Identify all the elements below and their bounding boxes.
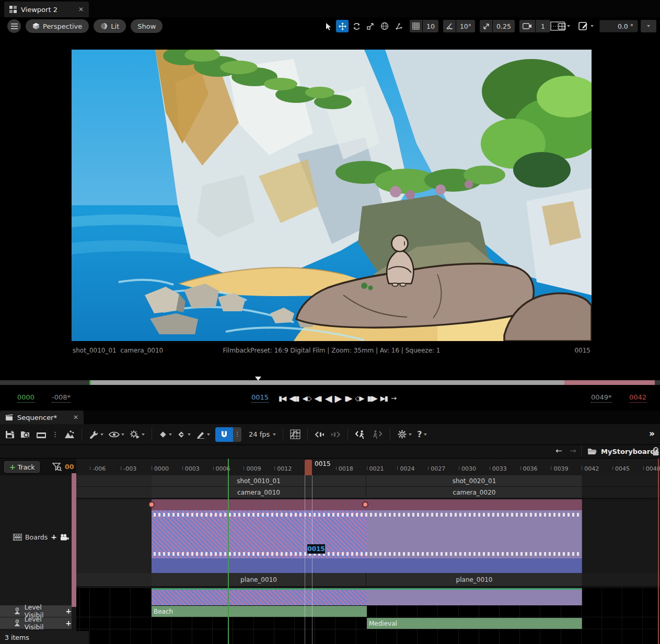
- breadcrumb-sequence-name[interactable]: MyStoryboard*: [601, 448, 658, 455]
- work-out-field[interactable]: 0042: [629, 393, 646, 403]
- sequencer-playhead[interactable]: [305, 460, 312, 475]
- rotation-dropdown-button[interactable]: [641, 20, 656, 32]
- history-back-button[interactable]: ←: [555, 446, 562, 455]
- previous-key-button[interactable]: ◀◇: [302, 394, 310, 402]
- add-board-button[interactable]: +: [51, 533, 57, 541]
- scrubber-filled-range[interactable]: [90, 380, 564, 385]
- create-sequence-button[interactable]: [36, 430, 47, 439]
- frame-rate-dropdown[interactable]: 24 fps: [249, 430, 276, 438]
- frame-back-button[interactable]: ◀▮▮: [289, 394, 298, 402]
- movie-camera-icon[interactable]: [60, 534, 69, 541]
- frame-forward-button[interactable]: ▮▮▶: [367, 394, 376, 402]
- move-tool-button[interactable]: [336, 20, 349, 32]
- camera-clip-2[interactable]: camera_0020: [366, 487, 582, 498]
- render-movie-button[interactable]: [64, 430, 75, 439]
- level-bar-medieval[interactable]: Medieval: [367, 618, 582, 629]
- keyframe-options-button[interactable]: [159, 430, 172, 439]
- snapping-options-button[interactable]: ⋮: [233, 427, 241, 442]
- outliner-row-level-visibility-2[interactable]: Level Visibil +: [0, 617, 72, 629]
- level-clip-hatched[interactable]: [152, 590, 367, 605]
- shot-clip-2[interactable]: shot_0020_01: [366, 475, 582, 486]
- camera-cut-strip[interactable]: [152, 499, 582, 510]
- camera-clip-1[interactable]: camera_0010: [152, 487, 366, 498]
- select-tool-button[interactable]: [322, 20, 334, 32]
- add-level-button[interactable]: +: [65, 607, 72, 615]
- add-level-button[interactable]: +: [65, 619, 72, 627]
- walk-next-button[interactable]: [372, 430, 383, 439]
- close-icon[interactable]: ✕: [73, 414, 78, 421]
- step-back-button[interactable]: ◀▮: [314, 394, 321, 402]
- viewport-menu-button[interactable]: [7, 19, 21, 33]
- grid-snap-value[interactable]: 10: [423, 20, 438, 32]
- plane-clip-1[interactable]: plane_0010: [152, 573, 366, 586]
- level-clip-solid[interactable]: [367, 590, 582, 605]
- current-frame-field[interactable]: 0015: [251, 393, 269, 403]
- surface-snapping-button[interactable]: [392, 20, 405, 32]
- show-button[interactable]: Show: [131, 19, 163, 33]
- playback-range-end-line[interactable]: [658, 459, 659, 644]
- camera-speed-button[interactable]: [519, 20, 535, 32]
- view-options-button[interactable]: [109, 431, 124, 438]
- help-button[interactable]: ?: [417, 429, 426, 439]
- keyframe-marker-0021[interactable]: [362, 501, 368, 508]
- tab-viewport-2[interactable]: Viewport 2 ✕: [4, 2, 89, 17]
- timeline-ruler[interactable]: -006-00300000003000600090012001800210024…: [76, 459, 660, 475]
- snapping-toggle-button[interactable]: [215, 427, 233, 442]
- sequence-options-button[interactable]: ⋮: [52, 430, 59, 438]
- edit-overlay-button[interactable]: [575, 20, 597, 32]
- board-clip-solid[interactable]: [367, 510, 582, 558]
- save-sequence-button[interactable]: [5, 430, 15, 439]
- lit-button[interactable]: Lit: [94, 19, 126, 33]
- edit-options-button[interactable]: [196, 430, 210, 439]
- viewport-rotation-field[interactable]: 0.0 °: [599, 20, 638, 32]
- preview-grid-button[interactable]: [548, 20, 572, 32]
- next-shot-button[interactable]: [330, 431, 341, 438]
- playback-mode-button[interactable]: →: [391, 394, 396, 402]
- walk-previous-button[interactable]: [355, 430, 366, 439]
- lock-icon[interactable]: [652, 447, 659, 456]
- close-icon[interactable]: ✕: [78, 6, 84, 13]
- jump-to-start-button[interactable]: ▮◀: [279, 394, 285, 402]
- timeline-scrubber[interactable]: [0, 380, 660, 385]
- scale-tool-button[interactable]: [364, 20, 377, 32]
- rotate-tool-button[interactable]: [350, 20, 363, 32]
- board-sub-clip[interactable]: [152, 558, 582, 573]
- shot-clip-1[interactable]: shot_0010_01: [152, 475, 366, 486]
- browse-sequences-button[interactable]: [20, 430, 31, 439]
- toolbar-expand-button[interactable]: »: [649, 428, 655, 439]
- perspective-button[interactable]: Perspective: [26, 19, 89, 33]
- play-button[interactable]: ▶: [334, 393, 341, 404]
- step-forward-button[interactable]: ▮▶: [344, 394, 351, 402]
- previous-shot-button[interactable]: [315, 431, 325, 438]
- rotation-snap-button[interactable]: [443, 20, 456, 32]
- plane-clip-2[interactable]: plane_0010: [366, 573, 582, 586]
- board-clip-hatched[interactable]: [152, 510, 367, 558]
- rotation-snap-value[interactable]: 10°: [456, 20, 475, 32]
- sequencer-settings-button[interactable]: [397, 429, 412, 439]
- level-bar-beach[interactable]: Beach: [152, 606, 367, 617]
- playback-options-button[interactable]: [130, 430, 145, 439]
- scale-snap-value[interactable]: 0.25: [493, 20, 515, 32]
- outliner-track-divider[interactable]: [72, 473, 76, 607]
- add-track-button[interactable]: + Track: [4, 461, 40, 473]
- scrubber-out-range[interactable]: [564, 380, 655, 385]
- work-in-field[interactable]: -008*: [52, 393, 71, 403]
- tab-sequencer[interactable]: Sequencer* ✕: [0, 411, 84, 424]
- scrubber-playhead[interactable]: [255, 377, 261, 381]
- viewport-3d-scene[interactable]: [72, 50, 592, 341]
- jump-to-end-button[interactable]: ▶▮: [380, 394, 387, 402]
- grid-snap-button[interactable]: [410, 20, 422, 32]
- auto-key-button[interactable]: [177, 430, 191, 439]
- history-forward-button[interactable]: →: [570, 446, 576, 455]
- range-end-field[interactable]: 0049*: [591, 393, 612, 403]
- keyframe-marker-0000[interactable]: [148, 501, 155, 508]
- filter-search-icon[interactable]: [52, 463, 62, 471]
- scale-snap-button[interactable]: [480, 20, 492, 32]
- range-start-field[interactable]: 0000: [17, 393, 34, 403]
- curve-editor-button[interactable]: [290, 429, 300, 439]
- next-key-button[interactable]: ◇▶: [355, 394, 363, 402]
- playback-range-start-line[interactable]: [228, 459, 229, 644]
- reverse-play-button[interactable]: ◀: [325, 393, 331, 404]
- world-space-button[interactable]: [378, 20, 391, 32]
- tools-menu-button[interactable]: [89, 430, 103, 439]
